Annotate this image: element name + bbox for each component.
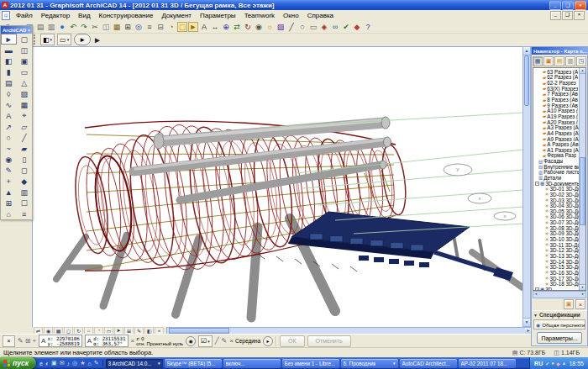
tool-icon[interactable]: ∿: [1, 99, 17, 110]
menu-item[interactable]: Справка: [303, 12, 338, 19]
tray-icon[interactable]: ▲: [562, 361, 567, 366]
tree-item[interactable]: - ▰ А19 Разрез (: [535, 113, 579, 119]
teamwork-icon[interactable]: ◆: [352, 22, 362, 32]
taskbar-button[interactable]: включ... ▾: [223, 359, 281, 368]
3d-doc-icon[interactable]: ◈: [319, 22, 329, 32]
tool-icon[interactable]: ▲: [1, 187, 17, 198]
navigator-horizontal-scrollbar[interactable]: ◄ ►: [533, 291, 586, 298]
navigator-mode-button[interactable]: ◳ ▾: [576, 56, 586, 66]
tool-icon[interactable]: ◫: [17, 45, 33, 55]
tree-item[interactable]: - ✳ 3D-11 3D-До: [535, 242, 579, 248]
plot-icon[interactable]: ▤: [35, 22, 45, 32]
tool-icon[interactable]: ╱: [17, 132, 33, 143]
tree-item[interactable]: - ✳ 3D-05 3D-До: [535, 208, 579, 214]
tool-icon[interactable]: ▬: [1, 45, 17, 55]
tool-icon[interactable]: ◧: [1, 55, 17, 66]
navigator-mode-button[interactable]: ▦ ▾: [533, 56, 543, 66]
close-button[interactable]: ×: [575, 1, 586, 10]
menu-item[interactable]: Файл: [12, 12, 37, 19]
scroll-right-icon[interactable]: ►: [581, 292, 585, 298]
tool-icon[interactable]: +: [1, 176, 17, 187]
tool-icon[interactable]: ⊞: [1, 198, 17, 208]
ok-button[interactable]: ОК: [280, 335, 305, 347]
tracker-tool-icon[interactable]: ⊞: [25, 337, 31, 345]
tool-icon[interactable]: ⌖: [17, 110, 33, 121]
tree-item[interactable]: - ▥ Детали: [535, 175, 579, 181]
tree-item[interactable]: - ▰ 62 Разрез (А: [535, 75, 579, 81]
selection-method-dropdown[interactable]: ◧ ▾: [40, 34, 55, 45]
navigator-mode-button[interactable]: ▣ ▾: [543, 56, 554, 66]
tracker-info-button[interactable]: ◉: [186, 336, 196, 346]
navigator-mode-button[interactable]: ▤ ▾: [554, 56, 564, 66]
tree-item[interactable]: - ▥ Рабочие листы: [535, 170, 579, 176]
tree-item[interactable]: - ▰ 63 Разрез (А: [535, 69, 579, 75]
tree-item[interactable]: - ✳ 3D-04 3D-До: [535, 203, 579, 208]
tree-item[interactable]: - ▤ Внутренние виды: [535, 164, 579, 170]
rotate-icon[interactable]: ↻: [243, 22, 253, 32]
language-indicator[interactable]: RU: [534, 361, 543, 366]
tool-icon[interactable]: ↗: [1, 121, 17, 132]
tree-item[interactable]: - ▰ А20 Разрез (: [535, 119, 579, 125]
tray-icon[interactable]: ●: [551, 361, 554, 366]
tool-icon[interactable]: ▯: [17, 154, 33, 165]
undo-icon[interactable]: ↶: [68, 22, 78, 32]
info-icon[interactable]: ●: [57, 22, 67, 32]
camera-icon[interactable]: ◉: [254, 22, 264, 32]
arrow-cursor-icon[interactable]: ►: [93, 35, 102, 45]
tracker-close-button[interactable]: ×: [3, 335, 15, 347]
quick-launch-icon[interactable]: e: [39, 361, 43, 366]
scroll-up-icon[interactable]: ▲: [523, 47, 530, 55]
grid-icon[interactable]: ⊟: [155, 22, 165, 32]
tree-item[interactable]: - ✳ 3D-09 3D-До: [535, 231, 579, 237]
scroll-left-icon[interactable]: ◄: [534, 292, 538, 298]
taskbar-button[interactable]: Skype™ (BETA) [5... ▾: [165, 359, 222, 368]
tool-icon[interactable]: ▰: [17, 143, 33, 154]
pen-tool-icon[interactable]: ✎: [222, 337, 228, 345]
scroll-down-icon[interactable]: ▼: [580, 284, 585, 290]
menu-item[interactable]: Teamwork: [240, 12, 279, 19]
document-icon[interactable]: ▤: [2, 11, 10, 20]
quick-launch-icon[interactable]: ★: [80, 360, 85, 366]
navigator-mode-button[interactable]: ▥ ▾: [565, 56, 575, 66]
tool-icon[interactable]: ☐: [17, 198, 33, 208]
navigator-vertical-scrollbar[interactable]: ▲ ▼: [579, 68, 585, 290]
find-icon[interactable]: ◎: [134, 22, 144, 32]
quick-launch-icon[interactable]: ▣: [51, 360, 57, 366]
tool-icon[interactable]: ▭: [17, 66, 33, 77]
coordinate-box-xy[interactable]: A х: 22970106 у: -2588819: [39, 335, 82, 347]
tool-icon[interactable]: ◉: [1, 154, 17, 165]
menu-item[interactable]: Конструирование: [95, 12, 158, 19]
render-icon[interactable]: ▨: [276, 22, 286, 32]
tree-item[interactable]: - ▰ 7 Разрез (Ав: [535, 92, 579, 98]
tree-item[interactable]: - ✳ 3D-07 3D-До: [535, 219, 579, 225]
tool-icon[interactable]: ✎: [1, 165, 17, 176]
copy-icon[interactable]: ◫: [101, 22, 111, 32]
menu-item[interactable]: Вид: [74, 12, 94, 19]
tool-icon[interactable]: ~: [1, 143, 17, 154]
layers-icon[interactable]: ≡: [144, 22, 155, 32]
tool-icon[interactable]: ≡: [17, 208, 33, 219]
quick-launch-icon[interactable]: ◎: [72, 360, 77, 366]
parameters-button[interactable]: Параметры...: [537, 332, 582, 344]
tree-item[interactable]: - ▰ 9 Разрез (Ав: [535, 103, 579, 108]
print-icon[interactable]: ▥: [46, 22, 56, 32]
specifications-section[interactable]: ▼ Спецификации: [532, 310, 587, 319]
tree-item[interactable]: - ✳ 3D-12 3D-До: [535, 248, 579, 254]
magnet-icon[interactable]: ◔: [166, 22, 176, 32]
tree-item[interactable]: - ▰ 63(Х) Разрез: [535, 86, 579, 92]
start-button[interactable]: пуск: [0, 357, 36, 369]
select-icon[interactable]: ►: [188, 22, 198, 32]
tree-item[interactable]: - ▰ А1 Разрез (А: [535, 147, 579, 153]
minimize-button[interactable]: _: [549, 1, 561, 10]
paste-icon[interactable]: ▦: [112, 22, 122, 32]
expand-collapse-icon[interactable]: -: [535, 182, 539, 186]
quick-launch-icon[interactable]: ✉: [60, 360, 65, 366]
check-icon[interactable]: ✔: [341, 22, 351, 32]
coordinate-box-da[interactable]: A d: 23115531 α: 363,57°: [85, 335, 129, 347]
tracker-tool-icon[interactable]: ✎: [18, 337, 24, 345]
scroll-thumb[interactable]: [580, 157, 585, 225]
scroll-down-icon[interactable]: ▼: [523, 318, 530, 326]
taskbar-button[interactable]: АР-02 2011 07 18... ▾: [459, 359, 516, 368]
tree-item[interactable]: - ✳ 3D-06 3D-До: [535, 214, 579, 220]
tool-icon[interactable]: ▦: [17, 99, 33, 110]
